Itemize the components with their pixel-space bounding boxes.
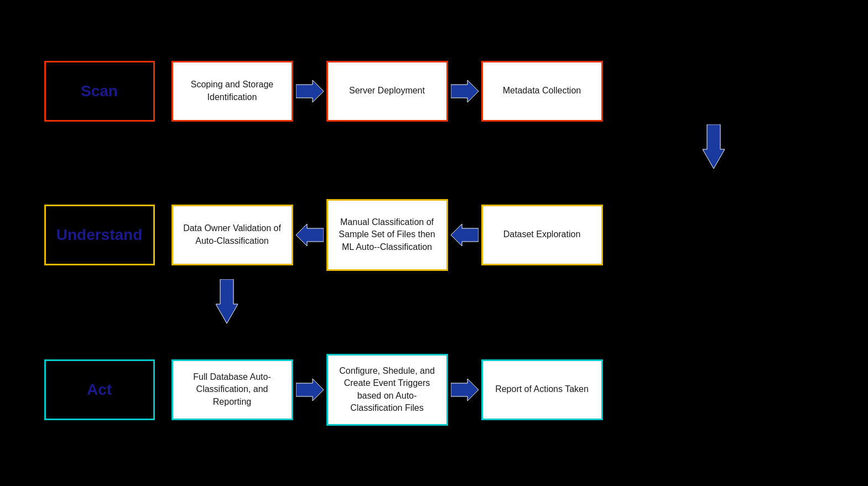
scan-step3-box: Metadata Collection [481, 61, 603, 122]
scan-step3-text: Metadata Collection [503, 85, 581, 97]
svg-marker-4 [451, 224, 479, 246]
act-row: Act Full Database Auto-Classification, a… [44, 354, 603, 426]
understand-step3-box: Dataset Exploration [481, 205, 603, 265]
scan-arrow2 [448, 61, 481, 122]
act-label-box: Act [44, 359, 155, 420]
svg-marker-7 [451, 379, 479, 401]
understand-step2-box: Manual Classification of Sample Set of F… [326, 199, 448, 271]
understand-step2-text: Manual Classification of Sample Set of F… [334, 216, 441, 253]
act-step1-box: Full Database Auto-Classification, and R… [171, 359, 293, 420]
vert-arrow-understand-act [216, 279, 238, 323]
scan-step2-box: Server Deployment [326, 61, 448, 122]
act-step3-box: Report of Actions Taken [481, 359, 603, 420]
understand-label: Understand [56, 226, 143, 244]
scan-step1-text: Scoping and Storage Identification [179, 79, 286, 103]
act-step2-box: Configure, Shedule, and Create Event Tri… [326, 354, 448, 426]
scan-step2-text: Server Deployment [349, 85, 425, 97]
svg-marker-3 [296, 224, 324, 246]
diagram: Scan Scoping and Storage Identification … [33, 28, 835, 459]
scan-label-box: Scan [44, 61, 155, 122]
act-arrow2 [448, 359, 481, 420]
scan-step1-box: Scoping and Storage Identification [171, 61, 293, 122]
act-step3-text: Report of Actions Taken [495, 383, 589, 395]
understand-row: Understand Data Owner Validation of Auto… [44, 199, 603, 271]
understand-arrow2 [448, 205, 481, 265]
svg-marker-2 [703, 124, 725, 169]
act-step1-text: Full Database Auto-Classification, and R… [179, 371, 286, 408]
understand-step3-text: Dataset Exploration [503, 228, 581, 241]
svg-marker-1 [451, 80, 479, 102]
scan-arrow1 [293, 61, 326, 122]
act-step2-text: Configure, Shedule, and Create Event Tri… [334, 365, 441, 415]
understand-step1-box: Data Owner Validation of Auto-Classifica… [171, 205, 293, 265]
understand-label-box: Understand [44, 205, 155, 265]
svg-marker-0 [296, 80, 324, 102]
understand-step1-text: Data Owner Validation of Auto-Classifica… [179, 222, 286, 247]
act-label: Act [87, 381, 112, 399]
scan-row: Scan Scoping and Storage Identification … [44, 61, 603, 122]
scan-label: Scan [81, 82, 118, 100]
svg-marker-6 [296, 379, 324, 401]
understand-arrow1 [293, 205, 326, 265]
vert-arrow-scan-understand [703, 124, 725, 169]
svg-marker-5 [216, 279, 238, 323]
act-arrow1 [293, 359, 326, 420]
